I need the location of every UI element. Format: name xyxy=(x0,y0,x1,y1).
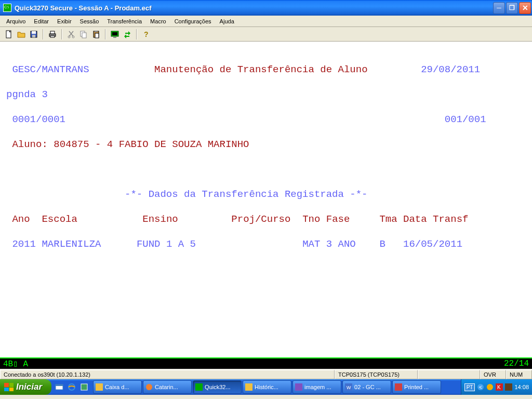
transfer-icon[interactable] xyxy=(122,29,133,40)
save-icon[interactable] xyxy=(28,29,39,40)
menu-sessao[interactable]: Sessão xyxy=(76,17,103,25)
restore-button[interactable]: ❐ xyxy=(506,2,518,14)
counter-right: 001/001 xyxy=(445,114,486,125)
svg-rect-3 xyxy=(32,35,35,37)
menu-macro[interactable]: Macro xyxy=(146,17,170,25)
titlebar: Quick3270 Secure - Sessão A - Prodam.ecf… xyxy=(0,0,532,16)
terminal-screen[interactable]: GESC/MANTRANS Manutenção de Transferênci… xyxy=(0,42,532,357)
svg-rect-13 xyxy=(95,33,99,38)
menu-arquivo[interactable]: Arquivo xyxy=(2,17,30,25)
menu-exibir[interactable]: Exibir xyxy=(53,17,76,25)
menu-editar[interactable]: Editar xyxy=(30,17,53,25)
screen-title: Manutenção de Transferência de Aluno xyxy=(154,64,367,75)
table-row: 2011 MARLENILZA FUND 1 A 5 MAT 3 ANO B 1… xyxy=(6,238,526,250)
screen-date: 29/08/2011 xyxy=(421,64,480,75)
page-line: pgnda 3 xyxy=(6,88,526,101)
cut-icon[interactable] xyxy=(65,29,77,40)
paste-icon[interactable] xyxy=(90,29,102,40)
menu-transferencia[interactable]: Transferência xyxy=(103,17,146,25)
menu-ajuda[interactable]: Ajuda xyxy=(216,17,238,25)
help-icon[interactable]: ? xyxy=(140,29,152,40)
app-icon xyxy=(3,4,11,12)
svg-rect-6 xyxy=(50,36,55,37)
aluno-line: Aluno: 804875 - 4 FABIO DE SOUZA MARINHO xyxy=(6,138,526,151)
minimize-button[interactable]: ─ xyxy=(493,2,505,14)
svg-rect-12 xyxy=(95,31,98,32)
connect-icon[interactable] xyxy=(109,29,121,40)
close-button[interactable]: ✕ xyxy=(519,2,531,14)
prog-id: GESC/MANTRANS xyxy=(6,64,89,75)
svg-text:?: ? xyxy=(144,30,149,38)
table-header: Ano Escola Ensino Proj/Curso Tno Fase Tm… xyxy=(6,213,526,225)
print-icon[interactable] xyxy=(47,29,58,40)
new-icon[interactable] xyxy=(3,29,15,40)
svg-rect-2 xyxy=(32,31,36,34)
copy-icon[interactable] xyxy=(78,29,89,40)
menu-configuracoes[interactable]: Configurações xyxy=(170,17,216,25)
svg-rect-10 xyxy=(82,33,86,38)
open-icon[interactable] xyxy=(16,29,27,40)
section-header: -*- Dados da Transferência Registrada -*… xyxy=(6,188,526,201)
svg-rect-5 xyxy=(50,31,55,34)
menubar: Arquivo Editar Exibir Sessão Transferênc… xyxy=(0,16,532,27)
counter-left: 0001/0001 xyxy=(6,114,65,125)
toolbar: ? xyxy=(0,27,532,42)
window-title: Quick3270 Secure - Sessão A - Prodam.ecf xyxy=(14,4,492,12)
svg-rect-16 xyxy=(113,37,116,38)
svg-rect-15 xyxy=(112,32,117,35)
